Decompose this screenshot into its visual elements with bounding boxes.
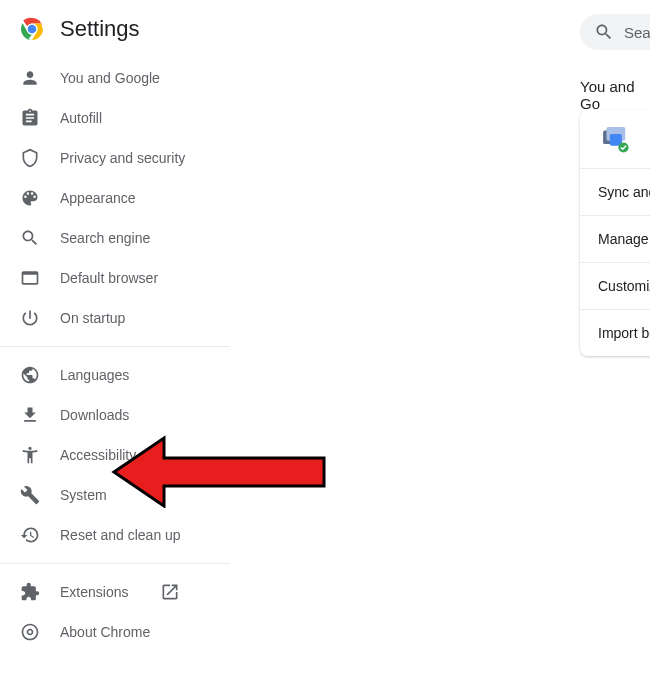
sidebar-item-autofill[interactable]: Autofill <box>0 98 230 138</box>
sidebar-item-you-and-google[interactable]: You and Google <box>0 58 230 98</box>
card-row-label: Import bo <box>598 325 650 341</box>
download-icon <box>20 405 40 425</box>
sidebar-item-label: Downloads <box>60 407 129 423</box>
sidebar-item-label: Search engine <box>60 230 150 246</box>
extension-icon <box>20 582 40 602</box>
search-icon <box>20 228 40 248</box>
search-input[interactable]: Searc <box>580 14 650 50</box>
clipboard-icon <box>20 108 40 128</box>
chrome-outline-icon <box>20 622 40 642</box>
section-title: You and Go <box>580 78 650 112</box>
header: Settings <box>0 0 650 58</box>
wrench-icon <box>20 485 40 505</box>
sidebar-item-default-browser[interactable]: Default browser <box>0 258 230 298</box>
sidebar-item-extensions[interactable]: Extensions <box>0 572 230 612</box>
sidebar-item-label: System <box>60 487 107 503</box>
palette-icon <box>20 188 40 208</box>
sidebar-item-system[interactable]: System <box>0 475 230 515</box>
card-row-sync-hero[interactable] <box>580 110 650 169</box>
card-row-label: Sync and <box>598 184 650 200</box>
sidebar-item-label: Extensions <box>60 584 128 600</box>
divider <box>0 563 230 564</box>
page-title: Settings <box>60 16 140 42</box>
sidebar-item-label: Default browser <box>60 270 158 286</box>
sidebar-item-about-chrome[interactable]: About Chrome <box>0 612 230 652</box>
search-placeholder: Searc <box>624 24 650 41</box>
card-row-label: Customiz <box>598 278 650 294</box>
card-row-import[interactable]: Import bo <box>580 310 650 356</box>
svg-point-2 <box>28 25 37 34</box>
sidebar-item-label: Appearance <box>60 190 136 206</box>
accessibility-icon <box>20 445 40 465</box>
settings-card: Sync and Manage y Customiz Import bo <box>580 110 650 356</box>
person-icon <box>20 68 40 88</box>
card-row-sync[interactable]: Sync and <box>580 169 650 216</box>
sidebar-item-label: You and Google <box>60 70 160 86</box>
sidebar-item-label: On startup <box>60 310 125 326</box>
browser-icon <box>20 268 40 288</box>
divider <box>0 346 230 347</box>
sidebar-item-label: Reset and clean up <box>60 527 181 543</box>
external-link-icon <box>160 582 180 602</box>
restore-icon <box>20 525 40 545</box>
sidebar-item-search-engine[interactable]: Search engine <box>0 218 230 258</box>
card-row-customize[interactable]: Customiz <box>580 263 650 310</box>
chrome-logo-icon <box>20 17 44 41</box>
sidebar-item-label: Languages <box>60 367 129 383</box>
sidebar: You and Google Autofill Privacy and secu… <box>0 58 230 652</box>
sidebar-item-downloads[interactable]: Downloads <box>0 395 230 435</box>
sidebar-item-on-startup[interactable]: On startup <box>0 298 230 338</box>
card-row-label: Manage y <box>598 231 650 247</box>
sidebar-item-accessibility[interactable]: Accessibility <box>0 435 230 475</box>
sidebar-item-appearance[interactable]: Appearance <box>0 178 230 218</box>
sidebar-item-label: Privacy and security <box>60 150 185 166</box>
globe-icon <box>20 365 40 385</box>
power-icon <box>20 308 40 328</box>
sidebar-item-privacy[interactable]: Privacy and security <box>0 138 230 178</box>
search-icon <box>594 22 614 42</box>
sidebar-item-languages[interactable]: Languages <box>0 355 230 395</box>
sidebar-item-reset[interactable]: Reset and clean up <box>0 515 230 555</box>
sidebar-item-label: About Chrome <box>60 624 150 640</box>
card-row-manage[interactable]: Manage y <box>580 216 650 263</box>
sidebar-item-label: Accessibility <box>60 447 136 463</box>
sync-illustration-icon <box>598 122 632 156</box>
sidebar-item-label: Autofill <box>60 110 102 126</box>
shield-icon <box>20 148 40 168</box>
